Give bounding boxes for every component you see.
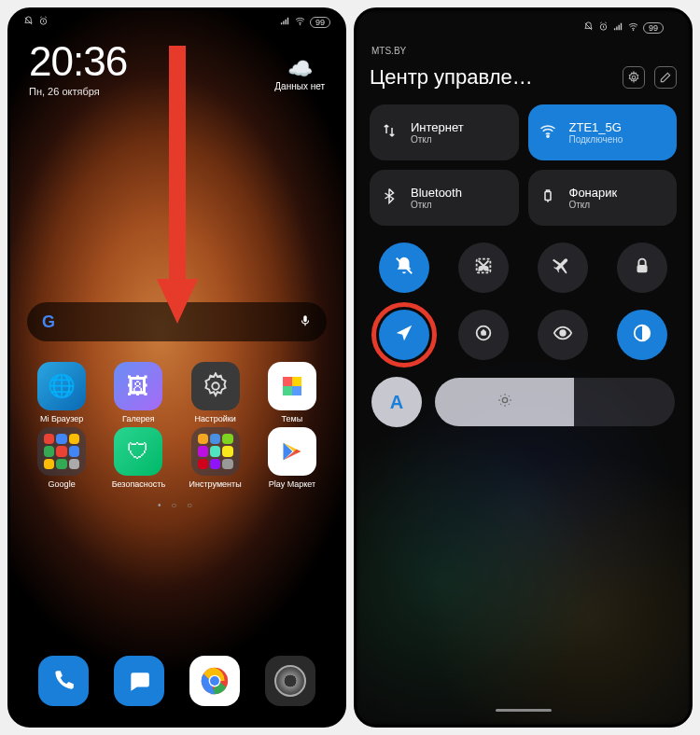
tile-status: Откл xyxy=(411,134,464,145)
svg-point-11 xyxy=(632,76,636,79)
toggle-mute[interactable] xyxy=(379,243,429,293)
battery-indicator: 99 xyxy=(643,22,664,34)
phone-control-center: 99 MTS.BY Центр управле… Интернет Откл xyxy=(354,7,693,728)
bt-icon xyxy=(381,187,401,208)
svg-rect-13 xyxy=(545,192,551,201)
app-icon xyxy=(268,362,316,410)
tile-name: Bluetooth xyxy=(411,186,462,200)
home-indicator[interactable] xyxy=(496,709,552,712)
highlight-annotation xyxy=(371,302,437,368)
tile-name: ZTE1_5G xyxy=(569,120,623,134)
app-настройки[interactable]: Настройки xyxy=(177,362,254,423)
eye-icon xyxy=(553,323,573,348)
toggle-lock[interactable] xyxy=(617,243,667,293)
brightness-slider[interactable] xyxy=(435,378,675,426)
rotate-icon xyxy=(473,323,494,348)
control-center-title: Центр управле… xyxy=(370,65,533,90)
toggle-grid xyxy=(370,243,677,360)
app-icon xyxy=(191,362,240,410)
bell-off-icon xyxy=(394,256,414,281)
wifi-icon xyxy=(628,21,638,34)
signal-icon xyxy=(613,21,623,34)
app-label: Google xyxy=(49,479,76,489)
app-icon xyxy=(37,427,86,476)
weather-widget[interactable]: ☁️ Данных нет xyxy=(274,57,325,91)
dock-phone[interactable] xyxy=(38,656,89,706)
weather-label: Данных нет xyxy=(274,81,325,91)
svg-point-2 xyxy=(212,382,219,390)
tile-name: Фонарик xyxy=(569,186,618,200)
svg-point-20 xyxy=(560,330,566,336)
alarm-icon xyxy=(38,16,49,28)
phone-home-screen: 99 20:36 Пн, 26 октября ☁️ Данных нет G … xyxy=(7,7,346,728)
app-grid: 🌐Mi Браузер🖼ГалереяНастройкиТемыGoogle🛡Б… xyxy=(10,341,343,489)
svg-point-10 xyxy=(633,30,634,31)
app-icon: 🛡 xyxy=(114,427,162,476)
battery-indicator: 99 xyxy=(310,17,330,28)
dnd-icon xyxy=(23,16,34,28)
svg-point-6 xyxy=(210,676,219,686)
app-icon: 🖼 xyxy=(114,362,162,410)
tile-name: Интернет xyxy=(411,120,464,134)
app-label: Инструменты xyxy=(189,479,242,489)
dock-chrome[interactable] xyxy=(189,656,240,706)
google-search-bar[interactable]: G xyxy=(27,302,327,341)
toggle-rotate-lock[interactable] xyxy=(458,310,509,360)
voice-search-icon[interactable] xyxy=(299,312,312,332)
alarm-icon xyxy=(598,21,609,34)
svg-point-1 xyxy=(300,24,301,25)
app-icon xyxy=(191,427,240,476)
toggle-screenshot[interactable] xyxy=(458,243,509,293)
status-bar: 99 xyxy=(370,16,677,37)
edit-icon[interactable] xyxy=(654,66,677,89)
app-icon: 🌐 xyxy=(37,362,86,410)
wifi-icon xyxy=(539,122,560,143)
lock-icon xyxy=(632,256,652,281)
svg-point-12 xyxy=(546,135,548,137)
status-bar: 99 xyxy=(10,10,343,32)
tile-status: Откл xyxy=(569,200,618,210)
snip-icon xyxy=(473,256,494,281)
svg-rect-19 xyxy=(482,331,485,335)
app-label: Настройки xyxy=(195,414,236,423)
dock-camera[interactable] xyxy=(265,656,315,706)
carrier-label: MTS.BY xyxy=(371,46,406,56)
tile-интернет[interactable]: Интернет Откл xyxy=(370,104,519,160)
app-label: Галерея xyxy=(122,414,155,423)
plane-icon xyxy=(553,256,573,281)
app-label: Безопасность xyxy=(112,479,165,489)
dock-messages[interactable] xyxy=(114,656,164,706)
signal-icon xyxy=(280,16,290,28)
app-play-маркет[interactable]: Play Маркет xyxy=(254,427,330,489)
toggle-airplane[interactable] xyxy=(538,243,588,293)
weather-icon: ☁️ xyxy=(274,57,325,81)
tile-bluetooth[interactable]: Bluetooth Откл xyxy=(370,170,519,226)
tile-фонарик[interactable]: Фонарик Откл xyxy=(528,170,678,226)
app-label: Mi Браузер xyxy=(40,414,83,423)
app-безопасность[interactable]: 🛡Безопасность xyxy=(100,427,176,489)
contrast-icon xyxy=(632,323,652,348)
svg-rect-17 xyxy=(637,265,648,272)
app-темы[interactable]: Темы xyxy=(254,362,330,423)
tile-zte1_5g[interactable]: ZTE1_5G Подключено xyxy=(528,104,678,160)
tile-status: Откл xyxy=(411,200,462,210)
app-icon xyxy=(268,427,316,476)
app-галерея[interactable]: 🖼Галерея xyxy=(100,362,176,423)
app-google[interactable]: Google xyxy=(23,427,100,489)
page-indicator: • ○ ○ xyxy=(10,500,343,510)
google-logo-icon: G xyxy=(42,312,55,332)
toggle-dark-mode[interactable] xyxy=(617,310,667,360)
toggle-eye-comfort[interactable] xyxy=(538,310,588,360)
wifi-icon xyxy=(295,16,305,28)
app-инструменты[interactable]: Инструменты xyxy=(177,427,254,489)
⇅-icon xyxy=(381,122,401,143)
settings-icon[interactable] xyxy=(623,66,645,89)
dnd-icon xyxy=(583,21,594,34)
toggle-location[interactable] xyxy=(379,310,429,360)
quick-tiles: Интернет Откл ZTE1_5G Подключено Bluetoo… xyxy=(370,104,677,226)
app-mi-браузер[interactable]: 🌐Mi Браузер xyxy=(23,362,100,423)
dock xyxy=(10,643,343,725)
brightness-icon xyxy=(497,393,512,411)
auto-brightness-toggle[interactable]: A xyxy=(371,377,422,427)
app-label: Play Маркет xyxy=(269,479,315,489)
